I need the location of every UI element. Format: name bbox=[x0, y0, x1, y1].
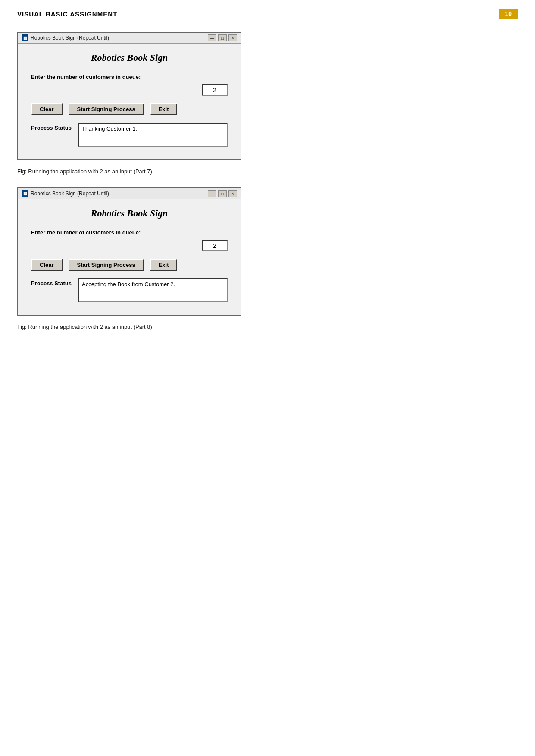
window1: ▦ Robotics Book Sign (Repeat Until) — □ … bbox=[17, 32, 241, 160]
window1-status-label: Process Status bbox=[31, 123, 78, 131]
titlebar-left: ▦ Robotics Book Sign (Repeat Until) bbox=[22, 34, 109, 41]
window2-status-box: Accepting the Book from Customer 2. bbox=[78, 278, 228, 302]
window2-maximize-button[interactable]: □ bbox=[218, 190, 227, 197]
window1-queue-input-row bbox=[31, 84, 228, 96]
window2-start-signing-button[interactable]: Start Signing Process bbox=[69, 259, 144, 271]
page-number: 10 bbox=[499, 9, 518, 19]
caption2: Fig: Running the application with 2 as a… bbox=[17, 324, 518, 330]
page-header: VISUAL BASIC ASSIGNMENT 10 bbox=[17, 9, 518, 19]
window2-exit-button[interactable]: Exit bbox=[150, 259, 178, 271]
window1-app-title: Robotics Book Sign bbox=[31, 52, 228, 63]
page-title: VISUAL BASIC ASSIGNMENT bbox=[17, 10, 117, 18]
window2-titlebar-controls[interactable]: — □ × bbox=[208, 190, 237, 197]
window2: ▦ Robotics Book Sign (Repeat Until) — □ … bbox=[17, 187, 241, 316]
window2-queue-label: Enter the number of customers in queue: bbox=[31, 229, 228, 236]
window1-queue-input[interactable] bbox=[202, 84, 228, 96]
window2-queue-input[interactable] bbox=[202, 240, 228, 251]
window2-clear-button[interactable]: Clear bbox=[31, 259, 63, 271]
window1-titlebar: ▦ Robotics Book Sign (Repeat Until) — □ … bbox=[18, 33, 241, 44]
titlebar-controls[interactable]: — □ × bbox=[208, 34, 237, 41]
window1-title: Robotics Book Sign (Repeat Until) bbox=[31, 35, 109, 41]
window2-close-button[interactable]: × bbox=[228, 190, 237, 197]
window2-vb-app-icon: ▦ bbox=[22, 190, 28, 197]
window1-exit-button[interactable]: Exit bbox=[150, 103, 178, 115]
window2-queue-input-row bbox=[31, 240, 228, 251]
minimize-button[interactable]: — bbox=[208, 34, 216, 41]
window1-start-signing-button[interactable]: Start Signing Process bbox=[69, 103, 144, 115]
window2-title: Robotics Book Sign (Repeat Until) bbox=[31, 191, 109, 197]
window2-app-title: Robotics Book Sign bbox=[31, 208, 228, 219]
window2-section: ▦ Robotics Book Sign (Repeat Until) — □ … bbox=[17, 187, 518, 330]
vb-app-icon: ▦ bbox=[22, 34, 28, 41]
window2-titlebar-left: ▦ Robotics Book Sign (Repeat Until) bbox=[22, 190, 109, 197]
window2-status-row: Process Status Accepting the Book from C… bbox=[31, 278, 228, 302]
window1-status-box: Thanking Customer 1. bbox=[78, 123, 228, 147]
window1-queue-label: Enter the number of customers in queue: bbox=[31, 74, 228, 80]
maximize-button[interactable]: □ bbox=[218, 34, 227, 41]
window1-status-row: Process Status Thanking Customer 1. bbox=[31, 123, 228, 147]
close-button[interactable]: × bbox=[228, 34, 237, 41]
caption1: Fig: Running the application with 2 as a… bbox=[17, 168, 518, 175]
window2-minimize-button[interactable]: — bbox=[208, 190, 216, 197]
window2-body: Robotics Book Sign Enter the number of c… bbox=[18, 199, 241, 315]
window2-status-label: Process Status bbox=[31, 278, 78, 287]
window1-clear-button[interactable]: Clear bbox=[31, 103, 63, 115]
window1-body: Robotics Book Sign Enter the number of c… bbox=[18, 44, 241, 159]
window1-button-row: Clear Start Signing Process Exit bbox=[31, 103, 228, 115]
window1-section: ▦ Robotics Book Sign (Repeat Until) — □ … bbox=[17, 32, 518, 175]
window2-button-row: Clear Start Signing Process Exit bbox=[31, 259, 228, 271]
window2-titlebar: ▦ Robotics Book Sign (Repeat Until) — □ … bbox=[18, 188, 241, 199]
